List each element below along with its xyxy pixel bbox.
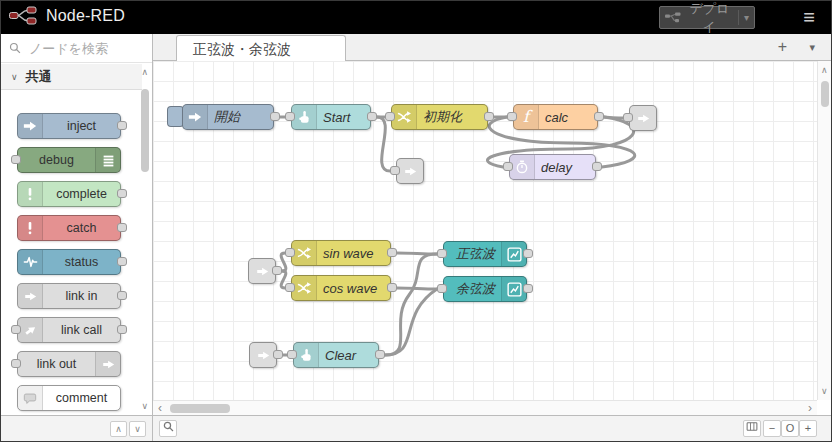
- palette-node-link-in[interactable]: link in: [17, 283, 121, 309]
- flow-node-clear[interactable]: Clear: [293, 342, 379, 368]
- palette-sidebar: ∨ 共通 inject debug: [1, 34, 153, 441]
- flow-node-delay[interactable]: delay: [509, 154, 596, 180]
- input-port[interactable]: [437, 284, 447, 293]
- output-port[interactable]: [484, 112, 494, 121]
- flow-node-link-in-1[interactable]: [248, 258, 276, 284]
- palette-node-catch[interactable]: catch: [17, 215, 121, 241]
- output-port[interactable]: [117, 189, 127, 198]
- input-port[interactable]: [437, 249, 447, 258]
- add-flow-button[interactable]: +: [778, 38, 787, 56]
- output-port[interactable]: [367, 112, 377, 121]
- zoom-out-button[interactable]: −: [763, 420, 781, 437]
- flow-node-link-out-2[interactable]: [629, 105, 657, 131]
- workspace: 正弦波・余弦波 + ▾: [153, 34, 831, 441]
- zoom-reset-button[interactable]: O: [781, 420, 799, 437]
- flow-node-start[interactable]: Start: [291, 104, 371, 130]
- main-menu-button[interactable]: ≡: [803, 5, 815, 29]
- flow-node-yogenha-chart[interactable]: 余弦波: [443, 276, 527, 302]
- palette-node-comment[interactable]: comment: [17, 385, 121, 411]
- input-port[interactable]: [11, 359, 21, 368]
- exclamation-icon: [18, 182, 43, 206]
- canvas-vertical-scrollbar[interactable]: ∧ ∨: [817, 61, 831, 400]
- output-port[interactable]: [273, 350, 283, 359]
- output-port[interactable]: [594, 112, 604, 121]
- input-port[interactable]: [285, 112, 295, 121]
- output-port[interactable]: [375, 350, 385, 359]
- palette-collapse-all-button[interactable]: ∧: [110, 421, 127, 437]
- horizontal-scrollbar-thumb[interactable]: [170, 404, 230, 413]
- scroll-down-arrow[interactable]: ∨: [821, 386, 828, 396]
- inject-arrow-icon: [18, 114, 43, 138]
- input-port[interactable]: [285, 248, 295, 257]
- flow-node-shokika[interactable]: 初期化: [391, 104, 488, 130]
- input-port[interactable]: [385, 112, 395, 121]
- input-port[interactable]: [390, 166, 400, 175]
- input-port[interactable]: [285, 283, 295, 292]
- tab-sine-cosine[interactable]: 正弦波・余弦波: [176, 35, 346, 62]
- input-port[interactable]: [287, 350, 297, 359]
- deploy-button[interactable]: デプロイ ▾: [659, 6, 755, 29]
- output-port[interactable]: [272, 266, 282, 275]
- input-port[interactable]: [11, 155, 21, 164]
- node-red-window: Node-RED デプロイ ▾ ≡ ∨ 共通: [0, 0, 832, 442]
- palette-node-link-out[interactable]: link out: [17, 351, 121, 377]
- output-port[interactable]: [117, 291, 127, 300]
- vertical-scrollbar-thumb[interactable]: [821, 81, 829, 107]
- palette-category-common[interactable]: ∨ 共通: [1, 64, 142, 90]
- palette-node-debug[interactable]: debug: [17, 147, 121, 173]
- input-port[interactable]: [507, 112, 517, 121]
- palette-search-input[interactable]: [27, 37, 137, 59]
- flow-node-link-out-1[interactable]: [396, 158, 424, 184]
- navigator-map-icon: [746, 421, 758, 432]
- palette-node-complete[interactable]: complete: [17, 181, 121, 207]
- canvas-horizontal-scrollbar[interactable]: ‹ ›: [153, 400, 817, 415]
- output-port[interactable]: [117, 223, 127, 232]
- output-port[interactable]: [270, 112, 280, 121]
- flow-node-sin-wave[interactable]: sin wave: [291, 240, 391, 266]
- palette-expand-all-button[interactable]: ∨: [129, 421, 146, 437]
- flow-node-link-in-2[interactable]: [249, 342, 277, 368]
- canvas-search-button[interactable]: [159, 420, 177, 437]
- timer-icon: [510, 155, 535, 179]
- flow-node-calc[interactable]: f calc: [513, 104, 598, 130]
- palette-search[interactable]: [1, 34, 152, 63]
- shuffle-icon: [392, 105, 417, 129]
- shuffle-icon: [292, 241, 317, 265]
- output-port[interactable]: [387, 248, 397, 257]
- hand-pointer-icon: [292, 105, 317, 129]
- palette-node-link-call[interactable]: link call: [17, 317, 121, 343]
- scroll-right-arrow[interactable]: ›: [808, 401, 812, 415]
- flow-node-seigenha-chart[interactable]: 正弦波: [443, 241, 527, 267]
- flow-node-cos-wave[interactable]: cos wave: [291, 275, 391, 301]
- input-port[interactable]: [11, 325, 21, 334]
- zoom-in-button[interactable]: +: [799, 420, 817, 437]
- palette-node-status[interactable]: status: [17, 249, 121, 275]
- output-port[interactable]: [387, 283, 397, 292]
- scroll-up-arrow[interactable]: ∧: [821, 65, 828, 75]
- palette-scroll-up[interactable]: ∧: [141, 67, 148, 77]
- scroll-left-arrow[interactable]: ‹: [158, 401, 162, 415]
- flow-list-caret[interactable]: ▾: [809, 41, 815, 54]
- output-port[interactable]: [592, 162, 602, 171]
- output-port[interactable]: [523, 249, 533, 258]
- status-pulse-icon: [18, 250, 43, 274]
- palette-scrollbar-thumb[interactable]: [141, 89, 149, 172]
- palette-node-inject[interactable]: inject: [17, 113, 121, 139]
- navigator-toggle-button[interactable]: [743, 420, 761, 437]
- inject-arrow-icon: [183, 105, 208, 129]
- canvas-footer: − O +: [153, 415, 831, 441]
- input-port[interactable]: [503, 162, 513, 171]
- palette-scroll-down[interactable]: ∨: [141, 401, 148, 411]
- debug-list-icon: [95, 148, 120, 172]
- deploy-options-caret[interactable]: ▾: [738, 10, 749, 25]
- function-icon: f: [514, 105, 539, 129]
- output-port[interactable]: [117, 121, 127, 130]
- output-port[interactable]: [117, 325, 127, 334]
- flow-node-kaishi[interactable]: 開始: [182, 104, 274, 130]
- output-port[interactable]: [117, 257, 127, 266]
- link-icon: [18, 284, 43, 308]
- flow-canvas[interactable]: 開始 Start: [153, 61, 817, 400]
- app-title: Node-RED: [46, 7, 125, 25]
- input-port[interactable]: [623, 113, 633, 122]
- output-port[interactable]: [523, 284, 533, 293]
